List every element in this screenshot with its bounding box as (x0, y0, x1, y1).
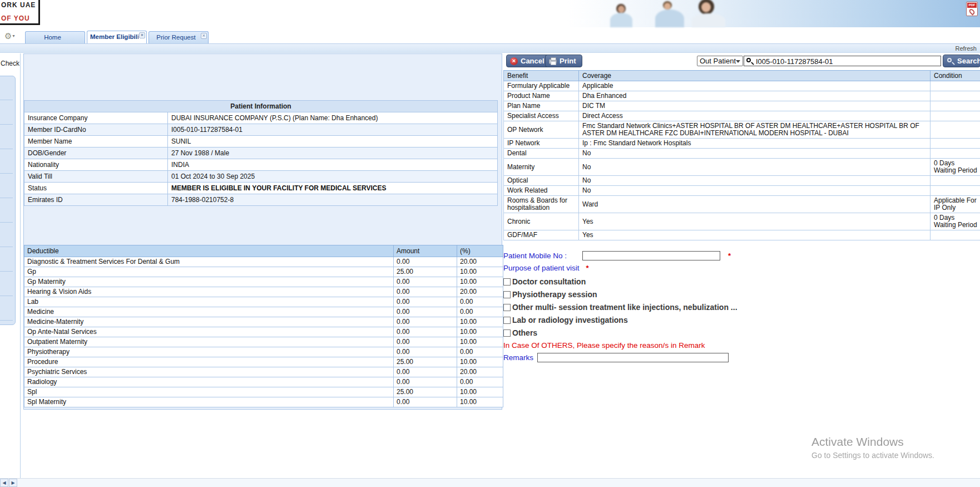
field-value: I005-010-117287584-01 (168, 124, 498, 136)
condition-cell (930, 121, 980, 139)
deductible-row: Medicine-Maternity0.0010.00 (24, 317, 503, 327)
purpose-option-label: Lab or radiology investigations (512, 316, 628, 324)
tab-label: Home (28, 34, 77, 41)
print-button[interactable]: Print (545, 55, 582, 67)
deductible-name: Psychiatric Services (24, 367, 394, 377)
accordion-separator (0, 198, 13, 198)
toolbar-strip: Refresh (0, 43, 980, 53)
tab-label: Member Eligibilit (90, 33, 138, 40)
benefit-row: Work RelatedNo (504, 186, 980, 196)
tab-close-icon[interactable] (201, 33, 207, 39)
windows-watermark: Activate Windows Go to Settings to activ… (811, 435, 934, 460)
patient-info-row: Valid Till01 Oct 2024 to 30 Sep 2025 (24, 171, 498, 183)
magnifier-icon (746, 58, 751, 62)
banner-photo (567, 0, 980, 27)
benefit-cell: Work Related (504, 186, 579, 196)
mobile-number-input[interactable] (582, 251, 720, 260)
field-value: 27 Nov 1988 / Male (168, 147, 498, 159)
required-asterisk: * (728, 252, 731, 260)
horizontal-scrollbar[interactable] (0, 478, 980, 487)
tab-bar: HomeMember EligibilitPrior Request (0, 29, 980, 43)
accordion-separator (0, 247, 13, 247)
benefit-row: Formulary ApplicableApplicable (504, 81, 980, 91)
checkbox[interactable] (503, 304, 511, 311)
deductible-percent: 20.00 (457, 257, 503, 267)
scroll-right-arrow-icon[interactable] (9, 479, 17, 487)
person-figure (701, 2, 711, 12)
coverage-cell: Applicable (579, 81, 930, 91)
deductible-row: Gp25.0010.00 (24, 267, 503, 277)
deductible-amount: 0.00 (394, 367, 457, 377)
visit-type-value: Out Patient (700, 57, 736, 65)
deductible-percent: 0.00 (457, 307, 503, 317)
tab-close-icon[interactable] (139, 32, 145, 38)
pane-splitter[interactable] (20, 53, 21, 478)
refresh-link[interactable]: Refresh (955, 45, 977, 52)
scroll-left-arrow-icon[interactable] (0, 479, 8, 487)
remarks-input[interactable] (537, 353, 729, 362)
deductible-amount: 0.00 (394, 377, 457, 387)
remarks-label: Remarks (503, 353, 537, 362)
purpose-option[interactable]: Others (503, 328, 859, 337)
tab-home[interactable]: Home (25, 31, 85, 43)
deductible-percent: 0.00 (457, 377, 503, 387)
patient-info-table: Patient Information Insurance CompanyDUB… (24, 100, 498, 206)
sidebar-accordion[interactable] (0, 76, 16, 325)
purpose-option[interactable]: Other multi- session treatment like inje… (503, 303, 859, 312)
cancel-button[interactable]: Cancel (506, 55, 551, 67)
deductible-amount: 0.00 (394, 337, 457, 347)
cancel-button-label: Cancel (521, 57, 545, 65)
app-window: ORK UAE OF YOU PDF HomeMember Eligibilit… (0, 0, 980, 487)
purpose-option-label: Doctor consultation (512, 277, 586, 286)
deductible-row: Spl25.0010.00 (24, 387, 503, 397)
patient-info-row: Member NameSUNIL (24, 136, 498, 147)
remarks-row: Remarks (503, 351, 859, 363)
pdf-export-icon[interactable]: PDF (966, 2, 978, 16)
deductible-name: Medicine (24, 307, 394, 317)
field-value: SUNIL (168, 136, 498, 147)
benefit-cell: OP Network (504, 121, 579, 139)
column-header-amount: Amount (394, 245, 457, 257)
accordion-separator (0, 222, 13, 223)
purpose-option[interactable]: Lab or radiology investigations (503, 316, 859, 324)
coverage-cell: Yes (579, 230, 930, 240)
person-figure (664, 3, 671, 9)
benefit-pane: Cancel Print Out Patient Search Benefit … (503, 53, 980, 478)
others-instruction: In Case Of OTHERS, Please specify the re… (503, 341, 859, 350)
sidebar-collapsed-label[interactable]: Check (1, 60, 19, 67)
checkbox[interactable] (503, 278, 511, 286)
tab-prior-request[interactable]: Prior Request (149, 31, 209, 43)
purpose-option[interactable]: Physiotherapy session (503, 290, 859, 299)
visit-type-select[interactable]: Out Patient (697, 56, 743, 66)
benefit-cell: Dental (504, 149, 579, 159)
app-logo: ORK UAE OF YOU (0, 0, 40, 25)
checkbox[interactable] (503, 317, 511, 324)
gear-menu-icon[interactable] (4, 31, 22, 42)
checkbox[interactable] (503, 291, 511, 298)
purpose-option-label: Other multi- session treatment like inje… (512, 303, 738, 312)
coverage-cell: Direct Access (579, 111, 930, 121)
checkbox[interactable] (503, 329, 511, 337)
search-button[interactable]: Search (943, 55, 980, 67)
deductible-name: Physiotherapy (24, 347, 394, 357)
person-figure (618, 6, 625, 13)
patient-info-title: Patient Information (24, 101, 498, 112)
condition-cell (930, 111, 980, 121)
deductible-row: Spl Maternity0.0010.00 (24, 397, 503, 407)
deductible-row: Physiotherapy0.000.00 (24, 347, 503, 357)
deductible-name: Gp (24, 267, 394, 277)
purpose-option-label: Others (512, 328, 537, 337)
deductible-row: Psychiatric Services0.0020.00 (24, 367, 503, 377)
person-figure (610, 13, 632, 27)
deductible-row: Medicine0.000.00 (24, 307, 503, 317)
member-search-input[interactable] (744, 56, 941, 66)
accordion-separator (0, 173, 13, 174)
benefit-cell: Maternity (504, 159, 579, 176)
patient-info-row: Member ID-CardNoI005-010-117287584-01 (24, 124, 498, 136)
purpose-option[interactable]: Doctor consultation (503, 277, 859, 286)
deductible-percent: 20.00 (457, 287, 503, 297)
tab-member-eligibilit[interactable]: Member Eligibilit (87, 31, 147, 43)
deductible-amount: 25.00 (394, 387, 457, 397)
benefit-cell: Chronic (504, 213, 579, 230)
deductible-amount: 0.00 (394, 327, 457, 337)
